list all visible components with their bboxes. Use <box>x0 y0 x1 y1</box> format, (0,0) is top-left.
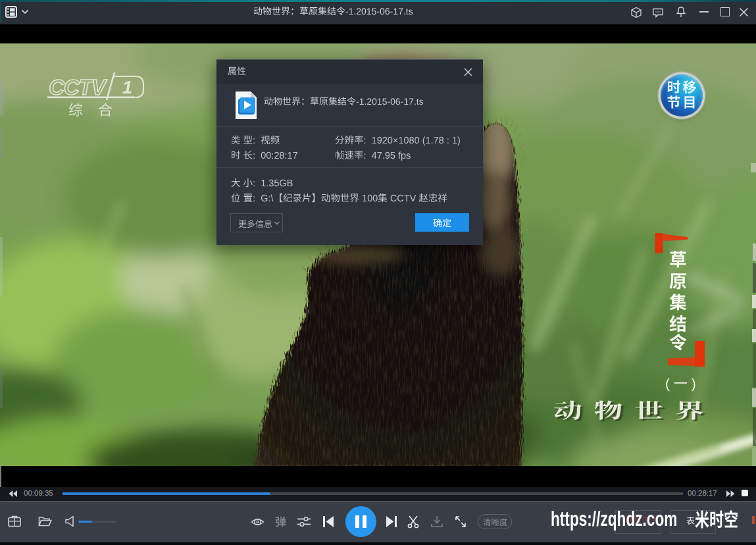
svg-text:CCTV: CCTV <box>49 75 108 99</box>
svg-text:1: 1 <box>122 78 132 97</box>
